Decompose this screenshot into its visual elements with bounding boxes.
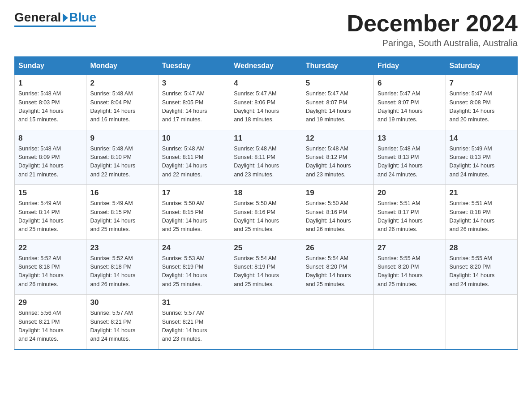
calendar-week-row: 1 Sunrise: 5:48 AM Sunset: 8:03 PM Dayli… [15,75,518,130]
calendar-cell: 8 Sunrise: 5:48 AM Sunset: 8:09 PM Dayli… [15,130,86,185]
day-number: 11 [234,134,298,143]
weekday-header-tuesday: Tuesday [158,57,230,75]
day-number: 8 [18,134,82,143]
day-number: 16 [90,188,154,197]
day-info: Sunrise: 5:48 AM Sunset: 8:12 PM Dayligh… [306,145,370,180]
day-number: 12 [306,134,370,143]
calendar-week-row: 22 Sunrise: 5:52 AM Sunset: 8:18 PM Dayl… [15,240,518,295]
calendar-cell: 11 Sunrise: 5:48 AM Sunset: 8:11 PM Dayl… [230,130,302,185]
day-info: Sunrise: 5:51 AM Sunset: 8:18 PM Dayligh… [450,199,514,234]
calendar-week-row: 8 Sunrise: 5:48 AM Sunset: 8:09 PM Dayli… [15,130,518,185]
day-info: Sunrise: 5:50 AM Sunset: 8:16 PM Dayligh… [306,199,370,234]
day-info: Sunrise: 5:48 AM Sunset: 8:09 PM Dayligh… [18,145,82,180]
day-info: Sunrise: 5:47 AM Sunset: 8:06 PM Dayligh… [234,90,298,124]
logo-arrow-icon [63,13,68,22]
title-block: December 2024 Paringa, South Australia, … [347,11,518,48]
weekday-header-wednesday: Wednesday [230,57,302,75]
day-number: 15 [18,188,82,197]
day-info: Sunrise: 5:54 AM Sunset: 8:19 PM Dayligh… [234,254,298,289]
calendar-cell: 14 Sunrise: 5:49 AM Sunset: 8:13 PM Dayl… [446,130,517,185]
calendar-cell: 16 Sunrise: 5:49 AM Sunset: 8:15 PM Dayl… [86,185,158,240]
weekday-header-row: SundayMondayTuesdayWednesdayThursdayFrid… [15,57,518,75]
calendar-cell: 25 Sunrise: 5:54 AM Sunset: 8:19 PM Dayl… [230,240,302,295]
day-number: 25 [234,244,298,253]
day-info: Sunrise: 5:48 AM Sunset: 8:04 PM Dayligh… [90,90,154,124]
logo-blue-text: Blue [69,11,96,25]
day-number: 5 [306,79,370,88]
calendar-cell: 15 Sunrise: 5:49 AM Sunset: 8:14 PM Dayl… [15,185,86,240]
day-number: 21 [450,188,514,197]
day-info: Sunrise: 5:57 AM Sunset: 8:21 PM Dayligh… [90,309,154,344]
day-number: 2 [90,79,154,88]
day-info: Sunrise: 5:49 AM Sunset: 8:15 PM Dayligh… [90,199,154,234]
day-number: 29 [18,298,82,307]
calendar-cell: 7 Sunrise: 5:47 AM Sunset: 8:08 PM Dayli… [446,75,517,130]
day-number: 26 [306,244,370,253]
calendar-cell: 26 Sunrise: 5:54 AM Sunset: 8:20 PM Dayl… [302,240,373,295]
calendar-week-row: 15 Sunrise: 5:49 AM Sunset: 8:14 PM Dayl… [15,185,518,240]
weekday-header-saturday: Saturday [446,57,517,75]
weekday-header-sunday: Sunday [15,57,86,75]
day-number: 17 [162,188,226,197]
day-number: 27 [378,244,442,253]
calendar-cell: 30 Sunrise: 5:57 AM Sunset: 8:21 PM Dayl… [86,295,158,350]
day-number: 18 [234,188,298,197]
day-info: Sunrise: 5:48 AM Sunset: 8:03 PM Dayligh… [18,90,82,124]
calendar-cell: 3 Sunrise: 5:47 AM Sunset: 8:05 PM Dayli… [158,75,230,130]
logo-underline [14,26,96,27]
calendar-cell: 6 Sunrise: 5:47 AM Sunset: 8:07 PM Dayli… [374,75,446,130]
calendar-cell: 18 Sunrise: 5:50 AM Sunset: 8:16 PM Dayl… [230,185,302,240]
day-info: Sunrise: 5:48 AM Sunset: 8:11 PM Dayligh… [162,145,226,180]
calendar-cell: 5 Sunrise: 5:47 AM Sunset: 8:07 PM Dayli… [302,75,373,130]
day-info: Sunrise: 5:50 AM Sunset: 8:16 PM Dayligh… [234,199,298,234]
day-number: 1 [18,79,82,88]
calendar-table: SundayMondayTuesdayWednesdayThursdayFrid… [14,56,518,350]
calendar-cell: 4 Sunrise: 5:47 AM Sunset: 8:06 PM Dayli… [230,75,302,130]
calendar-cell: 20 Sunrise: 5:51 AM Sunset: 8:17 PM Dayl… [374,185,446,240]
day-info: Sunrise: 5:47 AM Sunset: 8:05 PM Dayligh… [162,90,226,124]
calendar-cell: 22 Sunrise: 5:52 AM Sunset: 8:18 PM Dayl… [15,240,86,295]
day-number: 7 [450,79,514,88]
day-info: Sunrise: 5:47 AM Sunset: 8:07 PM Dayligh… [378,90,442,124]
calendar-cell: 21 Sunrise: 5:51 AM Sunset: 8:18 PM Dayl… [446,185,517,240]
day-info: Sunrise: 5:48 AM Sunset: 8:13 PM Dayligh… [378,145,442,180]
day-number: 24 [162,244,226,253]
calendar-cell: 13 Sunrise: 5:48 AM Sunset: 8:13 PM Dayl… [374,130,446,185]
calendar-cell: 1 Sunrise: 5:48 AM Sunset: 8:03 PM Dayli… [15,75,86,130]
calendar-cell: 2 Sunrise: 5:48 AM Sunset: 8:04 PM Dayli… [86,75,158,130]
day-number: 4 [234,79,298,88]
day-number: 19 [306,188,370,197]
calendar-cell: 9 Sunrise: 5:48 AM Sunset: 8:10 PM Dayli… [86,130,158,185]
day-info: Sunrise: 5:49 AM Sunset: 8:13 PM Dayligh… [450,145,514,180]
day-info: Sunrise: 5:53 AM Sunset: 8:19 PM Dayligh… [162,254,226,289]
day-info: Sunrise: 5:56 AM Sunset: 8:21 PM Dayligh… [18,309,82,344]
calendar-cell: 28 Sunrise: 5:55 AM Sunset: 8:20 PM Dayl… [446,240,517,295]
day-info: Sunrise: 5:52 AM Sunset: 8:18 PM Dayligh… [90,254,154,289]
day-info: Sunrise: 5:57 AM Sunset: 8:21 PM Dayligh… [162,309,226,344]
weekday-header-thursday: Thursday [302,57,373,75]
logo-general-text: General [14,11,61,25]
calendar-cell: 17 Sunrise: 5:50 AM Sunset: 8:15 PM Dayl… [158,185,230,240]
calendar-week-row: 29 Sunrise: 5:56 AM Sunset: 8:21 PM Dayl… [15,295,518,350]
calendar-cell [374,295,446,350]
calendar-cell [302,295,373,350]
month-title: December 2024 [347,11,518,36]
calendar-cell: 10 Sunrise: 5:48 AM Sunset: 8:11 PM Dayl… [158,130,230,185]
calendar-cell: 19 Sunrise: 5:50 AM Sunset: 8:16 PM Dayl… [302,185,373,240]
day-number: 23 [90,244,154,253]
day-number: 6 [378,79,442,88]
day-info: Sunrise: 5:50 AM Sunset: 8:15 PM Dayligh… [162,199,226,234]
day-number: 9 [90,134,154,143]
day-info: Sunrise: 5:48 AM Sunset: 8:11 PM Dayligh… [234,145,298,180]
calendar-cell: 29 Sunrise: 5:56 AM Sunset: 8:21 PM Dayl… [15,295,86,350]
calendar-cell: 31 Sunrise: 5:57 AM Sunset: 8:21 PM Dayl… [158,295,230,350]
day-number: 31 [162,298,226,307]
location-text: Paringa, South Australia, Australia [347,38,518,48]
calendar-cell: 23 Sunrise: 5:52 AM Sunset: 8:18 PM Dayl… [86,240,158,295]
day-info: Sunrise: 5:49 AM Sunset: 8:14 PM Dayligh… [18,199,82,234]
day-number: 13 [378,134,442,143]
day-number: 10 [162,134,226,143]
day-info: Sunrise: 5:51 AM Sunset: 8:17 PM Dayligh… [378,199,442,234]
calendar-cell [230,295,302,350]
calendar-cell: 12 Sunrise: 5:48 AM Sunset: 8:12 PM Dayl… [302,130,373,185]
